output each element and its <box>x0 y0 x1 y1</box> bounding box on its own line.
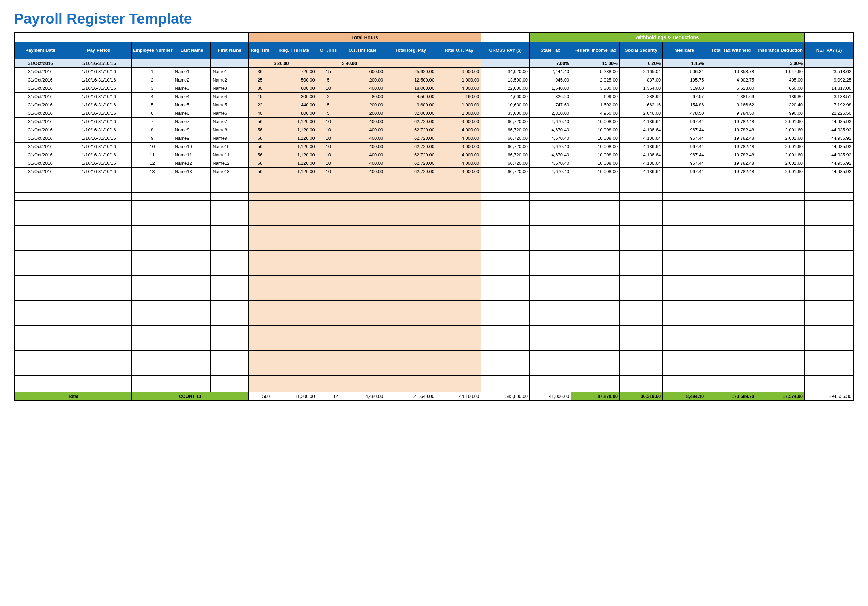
cell-regHrs[interactable]: 25 <box>248 76 271 84</box>
cell-federal[interactable] <box>571 176 620 184</box>
cell-regRate[interactable]: 1,120.00 <box>272 151 317 159</box>
cell-regRate[interactable] <box>272 367 317 376</box>
cell-payPeriod[interactable] <box>66 309 132 317</box>
cell-ss[interactable]: 4,136.64 <box>619 126 662 134</box>
cell-empNo[interactable]: 10 <box>132 142 173 151</box>
cell-payPeriod[interactable]: 1/10/16-31/10/16 <box>66 93 132 101</box>
cell-payPeriod[interactable] <box>66 284 132 292</box>
cell-gross[interactable] <box>481 351 530 359</box>
cell-empNo[interactable] <box>132 367 173 376</box>
cell-regRate[interactable] <box>272 359 317 367</box>
cell-net[interactable] <box>805 317 853 326</box>
cell-payPeriod[interactable] <box>66 334 132 342</box>
cell-totalOT[interactable] <box>436 234 481 243</box>
cell-regRate[interactable] <box>272 309 317 317</box>
cell-totalReg[interactable] <box>385 359 436 367</box>
def-federal[interactable]: 15.00% <box>571 59 620 68</box>
cell-last[interactable] <box>173 209 211 218</box>
cell-insurance[interactable]: 2,001.60 <box>756 142 805 151</box>
cell-regRate[interactable] <box>272 267 317 276</box>
cell-payPeriod[interactable]: 1/10/16-31/10/16 <box>66 151 132 159</box>
cell-gross[interactable] <box>481 193 530 201</box>
cell-regRate[interactable]: 1,120.00 <box>272 167 317 176</box>
cell-federal[interactable] <box>571 201 620 209</box>
def-first[interactable] <box>211 59 249 68</box>
cell-otRate[interactable] <box>340 218 385 226</box>
cell-otHrs[interactable]: 5 <box>317 101 340 109</box>
cell-paymentDate[interactable]: 31/Oct/2016 <box>15 117 66 126</box>
cell-totalOT[interactable] <box>436 193 481 201</box>
cell-last[interactable] <box>173 301 211 309</box>
cell-payPeriod[interactable] <box>66 317 132 326</box>
cell-payPeriod[interactable]: 1/10/16-31/10/16 <box>66 159 132 167</box>
cell-regHrs[interactable]: 56 <box>248 126 271 134</box>
cell-totalTax[interactable] <box>706 276 756 284</box>
cell-last[interactable] <box>173 317 211 326</box>
cell-totalOT[interactable]: 9,000.00 <box>436 68 481 76</box>
def-insurance[interactable]: 3.00% <box>756 59 805 68</box>
cell-last[interactable] <box>173 251 211 259</box>
cell-regHrs[interactable] <box>248 276 271 284</box>
cell-totalReg[interactable] <box>385 259 436 267</box>
cell-net[interactable] <box>805 243 853 251</box>
cell-totalReg[interactable]: 62,720.00 <box>385 159 436 167</box>
cell-totalOT[interactable] <box>436 251 481 259</box>
cell-last[interactable]: Name6 <box>173 109 211 117</box>
cell-medicare[interactable] <box>663 384 706 392</box>
cell-insurance[interactable] <box>756 209 805 218</box>
cell-payPeriod[interactable] <box>66 301 132 309</box>
cell-medicare[interactable] <box>663 326 706 334</box>
cell-empNo[interactable]: 3 <box>132 84 173 93</box>
cell-federal[interactable]: 3,300.00 <box>571 84 620 93</box>
cell-totalOT[interactable] <box>436 351 481 359</box>
cell-paymentDate[interactable]: 31/Oct/2016 <box>15 142 66 151</box>
cell-federal[interactable] <box>571 234 620 243</box>
cell-totalTax[interactable] <box>706 226 756 234</box>
cell-totalOT[interactable]: 1,000.00 <box>436 109 481 117</box>
cell-totalOT[interactable]: 4,000.00 <box>436 126 481 134</box>
cell-state[interactable]: 4,670.40 <box>530 126 571 134</box>
cell-gross[interactable]: 22,000.00 <box>481 84 530 93</box>
cell-net[interactable] <box>805 234 853 243</box>
cell-totalOT[interactable]: 4,000.00 <box>436 84 481 93</box>
cell-paymentDate[interactable] <box>15 376 66 384</box>
cell-otRate[interactable] <box>340 376 385 384</box>
cell-totalTax[interactable] <box>706 251 756 259</box>
cell-totalReg[interactable]: 62,720.00 <box>385 167 436 176</box>
cell-net[interactable] <box>805 367 853 376</box>
cell-gross[interactable]: 66,720.00 <box>481 142 530 151</box>
cell-federal[interactable]: 10,008.00 <box>571 159 620 167</box>
cell-regRate[interactable]: 600.00 <box>272 84 317 93</box>
cell-federal[interactable] <box>571 384 620 392</box>
cell-otRate[interactable] <box>340 334 385 342</box>
cell-federal[interactable] <box>571 209 620 218</box>
cell-gross[interactable] <box>481 334 530 342</box>
cell-payPeriod[interactable]: 1/10/16-31/10/16 <box>66 84 132 93</box>
cell-regHrs[interactable]: 56 <box>248 117 271 126</box>
cell-otRate[interactable] <box>340 292 385 301</box>
cell-gross[interactable]: 66,720.00 <box>481 167 530 176</box>
cell-insurance[interactable] <box>756 251 805 259</box>
cell-gross[interactable] <box>481 376 530 384</box>
cell-first[interactable] <box>211 334 249 342</box>
cell-totalTax[interactable] <box>706 301 756 309</box>
cell-empNo[interactable] <box>132 218 173 226</box>
cell-gross[interactable] <box>481 359 530 367</box>
cell-empNo[interactable] <box>132 309 173 317</box>
cell-regRate[interactable] <box>272 176 317 184</box>
cell-insurance[interactable]: 320.40 <box>756 101 805 109</box>
cell-payPeriod[interactable] <box>66 209 132 218</box>
cell-regHrs[interactable]: 56 <box>248 134 271 142</box>
cell-insurance[interactable] <box>756 176 805 184</box>
cell-totalReg[interactable]: 62,720.00 <box>385 126 436 134</box>
cell-first[interactable] <box>211 292 249 301</box>
cell-net[interactable]: 3,138.51 <box>805 93 853 101</box>
cell-totalTax[interactable] <box>706 292 756 301</box>
cell-empNo[interactable] <box>132 259 173 267</box>
cell-otHrs[interactable]: 15 <box>317 68 340 76</box>
def-reghrs[interactable] <box>248 59 271 68</box>
cell-insurance[interactable]: 2,001.60 <box>756 126 805 134</box>
cell-medicare[interactable] <box>663 184 706 193</box>
cell-federal[interactable] <box>571 317 620 326</box>
cell-federal[interactable] <box>571 326 620 334</box>
